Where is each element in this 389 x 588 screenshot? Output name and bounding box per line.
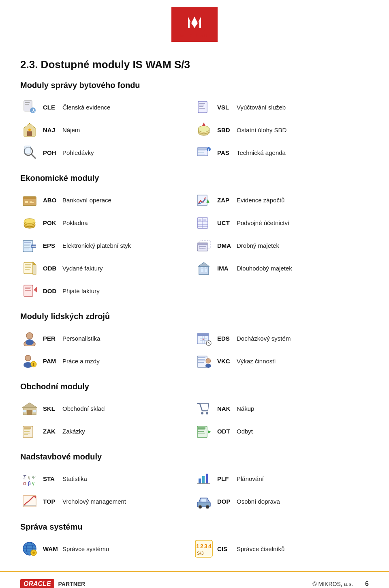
abo-icon [20,191,39,209]
eds-label: Docházkový systém [237,335,291,342]
svg-rect-44 [32,246,36,247]
module-sbd: SBD Ostatní úlohy SBD [194,118,369,141]
footer-copyright: © MIKROS, a.s. [312,581,353,587]
svg-rect-16 [199,108,205,109]
svg-rect-25 [198,154,205,155]
eps-code: EPS [43,242,58,249]
svg-text:β: β [28,481,31,486]
svg-rect-109 [24,431,30,432]
svg-point-100 [205,364,211,368]
sbd-code: SBD [217,127,233,133]
mikros-logo: MIKROS [171,7,218,42]
svg-text:γ: γ [32,481,34,486]
module-wam: WAM Správce systému [20,537,194,560]
vkc-icon [194,352,213,370]
svg-rect-47 [25,266,30,266]
module-top: TOP Vrcholový management [20,490,194,513]
dod-code: DOD [43,288,58,294]
svg-marker-121 [208,430,211,433]
group-nadstavbove: Nadstavbové moduly Σ ☿ Ψ α β γ [20,452,369,513]
svg-rect-65 [203,219,206,221]
svg-rect-71 [199,266,209,275]
vkc-code: VKC [217,358,233,365]
module-zap: ZAP Evidence zápočtů [194,189,369,211]
svg-rect-90 [203,339,204,340]
svg-rect-75 [201,267,203,268]
top-label: Vrcholový management [62,498,126,505]
svg-point-80 [25,355,31,361]
module-pam: $ PAM Práce a mzdy [20,350,194,372]
obchodni-left-col: SKL Obchodní sklad [20,397,194,442]
group-lidskezdroje: Moduly lidských zdrojů PER Persona [20,312,369,372]
group-obchodni: Obchodní moduly [20,382,369,442]
dop-icon [194,492,213,511]
group-ekonomicke-grid: ABO Bankovní operace POK Pokladna [20,189,369,302]
lz-left-col: PER Personalistika $ PAM [20,327,194,372]
pas-icon: i [194,143,213,162]
module-cle: 人 CLE Členská evidence [20,96,194,118]
svg-point-114 [201,412,203,414]
group-lidskezdroje-grid: PER Personalistika $ PAM [20,327,369,372]
footer-right-block: © MIKROS, a.s. 6 [312,580,369,588]
module-pok: POK Pokladna [20,211,194,234]
module-sta: Σ ☿ Ψ α β γ STA Statistika [20,467,194,490]
svg-text:i: i [208,148,209,152]
partner-label: PARTNER [58,581,85,587]
skl-label: Obchodní sklad [62,405,105,412]
svg-marker-72 [198,262,209,266]
svg-marker-0 [188,17,201,28]
group-nadstavbove-grid: Σ ☿ Ψ α β γ STA Statistika [20,467,369,513]
svg-point-145 [32,552,35,554]
sta-code: STA [43,475,58,482]
group-obchodni-grid: SKL Obchodní sklad [20,397,369,442]
odt-icon [194,422,213,440]
abo-label: Bankovní operace [62,197,111,204]
section-title: 2.3. Dostupné moduly IS WAM S/3 [20,58,369,71]
module-poh: POH Pohledávky [20,141,194,164]
module-cis: 1 2 3 4 S/3 CIS Správce číselníků [194,537,369,560]
svg-rect-76 [205,267,206,268]
ima-label: Dlouhodobý majetek [237,265,292,272]
svg-text:人: 人 [31,109,36,113]
svg-text:1: 1 [196,543,199,549]
pam-icon: $ [20,352,39,370]
footer-page-number: 6 [365,580,369,588]
svg-rect-46 [25,264,31,265]
module-odt: ODT Odbyt [194,420,369,442]
module-per: PER Personalistika [20,327,194,350]
svg-point-19 [198,126,209,132]
svg-rect-32 [30,202,34,203]
nadstavbove-left-col: Σ ☿ Ψ α β γ STA Statistika [20,467,194,513]
abo-code: ABO [43,197,58,204]
svg-rect-119 [198,431,204,432]
zak-icon [20,422,39,440]
svg-rect-38 [24,242,31,243]
wam-code: WAM [43,545,58,552]
cis-code: CIS [217,545,233,552]
vsl-label: Vyúčtování služeb [237,104,286,111]
svg-rect-105 [33,410,36,412]
dop-code: DOP [217,498,233,505]
module-abo: ABO Bankovní operace [20,189,194,211]
group-ekonomicke: Ekonomické moduly ABO [20,174,369,302]
zap-code: ZAP [217,197,233,204]
per-code: PER [43,335,58,342]
svg-rect-14 [199,105,204,105]
svg-rect-29 [23,197,36,199]
vkc-label: Výkaz činností [237,358,276,365]
dma-label: Drobný majetek [237,242,279,249]
module-naj: NAJ Nájem [20,118,194,141]
svg-rect-103 [27,410,32,415]
group-sprava-systemu-grid: WAM Správce systému 1 2 3 4 [20,537,369,560]
uct-code: UCT [217,219,233,226]
top-icon [20,492,39,511]
group-sprava-systemu: Správa systému [20,522,369,560]
svg-rect-64 [199,219,201,221]
uct-label: Podvojné účetnictví [237,219,289,226]
logo-svg [186,13,203,30]
module-dma: DMA Drobný majetek [194,234,369,257]
svg-rect-54 [25,288,30,289]
module-vsl: VSL Vyúčtování služeb [194,96,369,118]
svg-rect-3 [25,104,29,105]
svg-text:4: 4 [208,543,212,549]
